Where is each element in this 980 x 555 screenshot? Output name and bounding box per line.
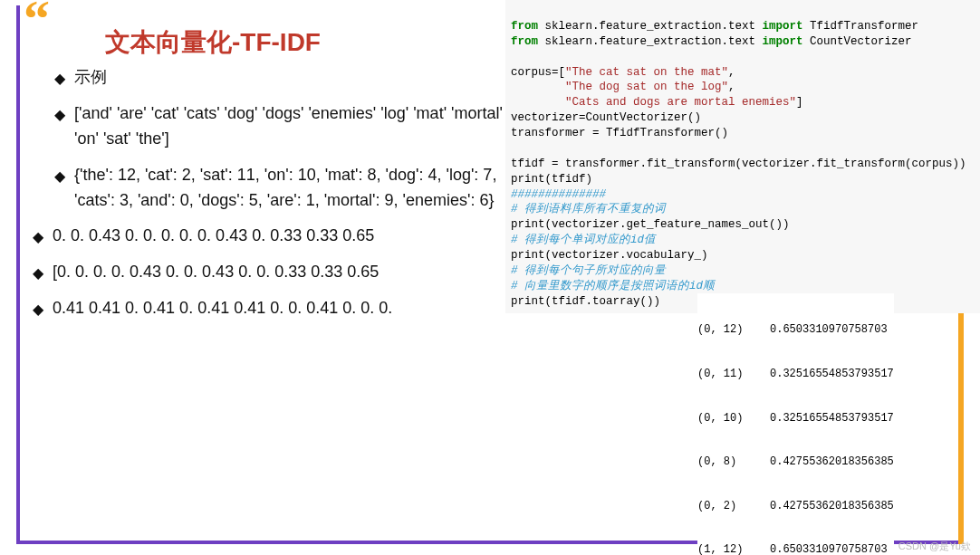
slide-frame-right [958,308,964,544]
code-comment: # 得到每个单词对应的id值 [511,234,656,246]
diamond-icon: ◆ [54,104,65,127]
diamond-icon: ◆ [33,299,43,321]
code-comment: # 向量里数字的顺序是按照词语的id顺 [511,280,715,292]
bullet-text: 0. 0. 0.43 0. 0. 0. 0. 0. 0.43 0. 0.33 0… [53,224,507,249]
output-row: (0, 10)0.32516554853793517 [697,411,894,426]
code-keyword: import [763,35,803,48]
bullet-text: ['and' 'are' 'cat' 'cats' 'dog' 'dogs' '… [74,101,507,152]
output-row: (0, 8)0.42755362018356385 [697,455,894,469]
output-row: (1, 12)0.6503310970758703 [697,542,894,555]
code-keyword: from [511,35,538,48]
output-block: (0, 12)0.6503310970758703 (0, 11)0.32516… [697,293,894,555]
code-comment: # 得到每个句子所对应的向量 [511,264,666,277]
diamond-icon: ◆ [54,166,65,188]
output-row: (0, 2)0.42755362018356385 [697,499,894,513]
bullet-text: 0.41 0.41 0. 0.41 0. 0.41 0.41 0. 0. 0.4… [53,296,507,321]
output-row: (0, 11)0.32516554853793517 [697,367,894,381]
bullet-list: ◆ 示例 ◆ ['and' 'are' 'cat' 'cats' 'dog' '… [54,65,507,332]
list-item: ◆ ['and' 'are' 'cat' 'cats' 'dog' 'dogs'… [54,101,507,152]
diamond-icon: ◆ [54,68,65,91]
list-item: ◆ {'the': 12, 'cat': 2, 'sat': 11, 'on':… [54,163,507,214]
code-string: "Cats and dogs are mortal enemies" [565,96,796,109]
watermark: CSDN @是Yu欸 [898,540,971,553]
code-string: "The dog sat on the log" [565,81,728,93]
quote-icon: “ [24,0,41,40]
bullet-text: 示例 [74,65,507,91]
bullet-text: [0. 0. 0. 0. 0.43 0. 0. 0.43 0. 0. 0.33 … [53,260,507,285]
list-item: ◆ 0.41 0.41 0. 0.41 0. 0.41 0.41 0. 0. 0… [33,296,507,321]
code-comment: # 得到语料库所有不重复的词 [511,203,666,215]
list-item: ◆ 示例 [54,65,507,91]
code-keyword: import [763,20,803,33]
code-string: "The cat sat on the mat" [565,66,728,79]
diamond-icon: ◆ [33,263,43,285]
bullet-text: {'the': 12, 'cat': 2, 'sat': 11, 'on': 1… [74,163,507,214]
list-item: ◆ [0. 0. 0. 0. 0.43 0. 0. 0.43 0. 0. 0.3… [33,260,507,285]
code-comment: ############## [511,188,606,201]
diamond-icon: ◆ [33,226,43,249]
code-block: from sklearn.feature_extraction.text imp… [505,0,980,313]
code-keyword: from [511,20,538,33]
list-item: ◆ 0. 0. 0.43 0. 0. 0. 0. 0. 0.43 0. 0.33… [33,224,507,249]
output-row: (0, 12)0.6503310970758703 [697,322,894,337]
slide-title: 文本向量化-TF-IDF [105,25,321,60]
